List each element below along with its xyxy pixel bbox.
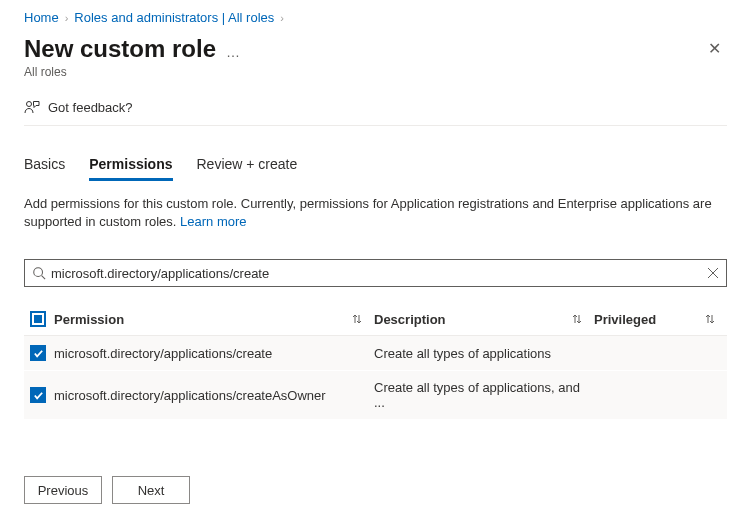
learn-more-link[interactable]: Learn more (180, 214, 246, 229)
page-subtitle: All roles (24, 65, 727, 79)
tab-basics[interactable]: Basics (24, 150, 65, 181)
next-button[interactable]: Next (112, 476, 190, 504)
cell-description: Create all types of applications (374, 346, 594, 361)
feedback-label: Got feedback? (48, 100, 133, 115)
feedback-person-icon (24, 99, 40, 115)
clear-search-icon[interactable] (707, 267, 719, 279)
column-header-description[interactable]: Description (374, 312, 594, 327)
breadcrumb: Home › Roles and administrators | All ro… (24, 10, 727, 25)
select-all-checkbox[interactable] (30, 311, 46, 327)
previous-button[interactable]: Previous (24, 476, 102, 504)
breadcrumb-roles[interactable]: Roles and administrators | All roles (74, 10, 274, 25)
row-checkbox[interactable] (30, 345, 46, 361)
tabs: Basics Permissions Review + create (24, 150, 727, 181)
tab-review-create[interactable]: Review + create (197, 150, 298, 181)
tab-description: Add permissions for this custom role. Cu… (24, 195, 727, 231)
chevron-right-icon: › (65, 12, 69, 24)
table-row[interactable]: microsoft.directory/applications/createA… (24, 371, 727, 420)
sort-icon (352, 314, 362, 324)
svg-point-0 (27, 102, 32, 107)
sort-icon (572, 314, 582, 324)
svg-point-1 (34, 268, 43, 277)
column-header-permission[interactable]: Permission (54, 312, 374, 327)
cell-permission: microsoft.directory/applications/createA… (54, 388, 374, 403)
svg-line-2 (42, 276, 46, 280)
page-title: New custom role (24, 35, 216, 63)
chevron-right-icon: › (280, 12, 284, 24)
permission-search-input[interactable] (24, 259, 727, 287)
more-actions-button[interactable]: … (226, 44, 241, 60)
check-icon (33, 390, 44, 401)
check-icon (33, 348, 44, 359)
cell-permission: microsoft.directory/applications/create (54, 346, 374, 361)
cell-description: Create all types of applications, and ..… (374, 380, 594, 410)
sort-icon (705, 314, 715, 324)
permissions-table: Permission Description Privileged micros… (24, 305, 727, 420)
search-icon (32, 266, 46, 280)
tab-permissions[interactable]: Permissions (89, 150, 172, 181)
column-header-privileged[interactable]: Privileged (594, 312, 727, 327)
row-checkbox[interactable] (30, 387, 46, 403)
feedback-link[interactable]: Got feedback? (24, 99, 727, 126)
close-button[interactable]: ✕ (702, 37, 727, 61)
table-row[interactable]: microsoft.directory/applications/create … (24, 336, 727, 371)
breadcrumb-home[interactable]: Home (24, 10, 59, 25)
